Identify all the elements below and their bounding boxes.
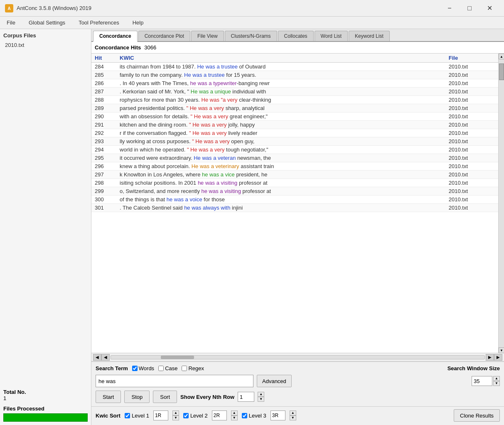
clone-results-button[interactable]: Clone Results bbox=[454, 409, 500, 422]
kwic-cell: k Knowlton in Los Angeles, where he was … bbox=[116, 171, 445, 179]
kwic-level2-spinner[interactable]: ▲ ▼ bbox=[231, 410, 238, 420]
hscroll-right-btn[interactable]: ▶ bbox=[486, 354, 494, 361]
hscroll-left2-btn[interactable]: ◀ bbox=[101, 354, 110, 361]
kwic-level2-input[interactable] bbox=[212, 410, 227, 420]
menu-file[interactable]: File bbox=[3, 18, 19, 27]
search-window-spinner[interactable]: ▲ ▼ bbox=[493, 376, 500, 386]
corpus-file-item[interactable]: 2010.txt bbox=[3, 41, 88, 49]
kwic-left: isiting scholar positions. In 2001 bbox=[120, 180, 198, 186]
table-row[interactable]: 301. The Calceb Sentinel said he was alw… bbox=[91, 204, 498, 212]
kwic-level1-label[interactable]: Level 1 bbox=[125, 413, 149, 419]
hscroll-left-btn[interactable]: ◀ bbox=[93, 354, 101, 361]
search-window-input[interactable] bbox=[472, 376, 492, 386]
spin-down[interactable]: ▼ bbox=[493, 381, 500, 386]
words-checkbox-label[interactable]: Words bbox=[132, 365, 154, 371]
kwic-l3-down[interactable]: ▼ bbox=[290, 415, 296, 420]
vertical-scrollbar[interactable]: ▲ ▼ bbox=[498, 54, 504, 353]
nth-row-input[interactable] bbox=[238, 392, 254, 402]
menu-tool-preferences[interactable]: Tool Preferences bbox=[75, 18, 123, 27]
kwic-center: He was "a very bbox=[202, 97, 238, 103]
kwic-right: for 15 years. bbox=[225, 72, 256, 78]
kwic-l3-up[interactable]: ▲ bbox=[290, 410, 296, 415]
hscroll-track[interactable] bbox=[111, 355, 485, 359]
hscroll-thumb[interactable] bbox=[161, 356, 194, 359]
table-row[interactable]: 290with an obsession for details. " He w… bbox=[91, 112, 498, 121]
table-row[interactable]: 298isiting scholar positions. In 2001 he… bbox=[91, 179, 498, 187]
start-button[interactable]: Start bbox=[96, 391, 121, 403]
table-row[interactable]: 288rophysics for more than 30 years. He … bbox=[91, 96, 498, 104]
menu-global-settings[interactable]: Global Settings bbox=[25, 18, 69, 27]
table-row[interactable]: 292r if the conversation flagged. " He w… bbox=[91, 129, 498, 137]
table-row[interactable]: 287. Kerkorian said of Mr. York, " He wa… bbox=[91, 88, 498, 96]
search-input[interactable] bbox=[96, 375, 253, 387]
spin-up[interactable]: ▲ bbox=[493, 376, 500, 381]
table-row[interactable]: 294world in which he operated. " He was … bbox=[91, 146, 498, 154]
file-cell: 2010.txt bbox=[445, 71, 498, 79]
concordance-table-container[interactable]: Hit KWIC File 284its chairman from 1984 … bbox=[91, 54, 498, 353]
table-row[interactable]: 297k Knowlton in Los Angeles, where he w… bbox=[91, 171, 498, 179]
hscroll-right2-btn[interactable]: ▶ bbox=[494, 354, 502, 361]
window-controls[interactable]: − □ ✕ bbox=[440, 2, 499, 15]
kwic-level2-label[interactable]: Level 2 bbox=[183, 413, 208, 419]
table-row[interactable]: 299o, Switzerland, and more recently he … bbox=[91, 187, 498, 195]
kwic-level3-label[interactable]: Level 3 bbox=[242, 413, 266, 419]
tab-concordance[interactable]: Concordance bbox=[93, 31, 138, 42]
tab-keyword-list[interactable]: Keyword List bbox=[349, 31, 390, 41]
kwic-level2-checkbox[interactable] bbox=[183, 413, 189, 418]
stop-button[interactable]: Stop bbox=[124, 391, 150, 403]
kwic-level3-checkbox[interactable] bbox=[242, 413, 247, 418]
kwic-l1-up[interactable]: ▲ bbox=[172, 410, 179, 415]
scroll-down-button[interactable]: ▼ bbox=[499, 347, 504, 353]
total-no-section: Total No. 1 bbox=[3, 389, 88, 401]
sort-button[interactable]: Sort bbox=[153, 391, 177, 403]
regex-checkbox[interactable] bbox=[182, 366, 187, 371]
minimize-button[interactable]: − bbox=[440, 2, 459, 15]
tab-clusters-ngrams[interactable]: Clusters/N-Grams bbox=[225, 31, 277, 41]
table-row[interactable]: 295it occurred were extraordinary. He wa… bbox=[91, 154, 498, 162]
maximize-button[interactable]: □ bbox=[460, 2, 479, 15]
kwic-right: for those bbox=[202, 196, 225, 203]
table-row[interactable]: 286. In 40 years with The Times, he was … bbox=[91, 79, 498, 88]
kwic-level3-spinner[interactable]: ▲ ▼ bbox=[290, 410, 296, 420]
kwic-level1-spinner[interactable]: ▲ ▼ bbox=[172, 410, 179, 420]
kwic-level1-input[interactable] bbox=[153, 410, 168, 420]
kwic-cell: . The Calceb Sentinel said he was always… bbox=[116, 204, 445, 212]
kwic-l2-down[interactable]: ▼ bbox=[231, 415, 238, 420]
table-row[interactable]: 291kitchen and the dining room. " He was… bbox=[91, 121, 498, 129]
nth-spinner[interactable]: ▲ ▼ bbox=[258, 392, 264, 402]
kwic-l2-up[interactable]: ▲ bbox=[231, 410, 238, 415]
tab-collocates[interactable]: Collocates bbox=[278, 31, 314, 41]
table-row[interactable]: 300of the things is that he was a voice … bbox=[91, 195, 498, 204]
kwic-l1-down[interactable]: ▼ bbox=[172, 415, 179, 420]
tab-word-list[interactable]: Word List bbox=[315, 31, 348, 41]
nth-spin-down[interactable]: ▼ bbox=[258, 397, 264, 402]
kwic-right: clear-thinking bbox=[238, 97, 271, 103]
file-cell: 2010.txt bbox=[445, 63, 498, 71]
kwic-level3-input[interactable] bbox=[270, 410, 285, 420]
total-no-value: 1 bbox=[3, 395, 88, 401]
scroll-thumb[interactable] bbox=[499, 64, 504, 80]
kwic-center: " He was a very bbox=[191, 113, 229, 120]
kwic-left: family to run the company. bbox=[120, 72, 184, 78]
table-row[interactable]: 285family to run the company. He was a t… bbox=[91, 71, 498, 79]
table-row[interactable]: 296knew a thing about porcelain. He was … bbox=[91, 162, 498, 171]
horizontal-scrollbar[interactable]: ◀ ◀ ▶ ▶ bbox=[91, 353, 504, 361]
regex-checkbox-label[interactable]: Regex bbox=[182, 365, 204, 371]
kwic-left: its chairman from 1984 to 1987. bbox=[120, 64, 197, 70]
words-checkbox[interactable] bbox=[132, 366, 138, 371]
advanced-button[interactable]: Advanced bbox=[257, 375, 292, 387]
table-row[interactable]: 293lly working at cross purposes. " He w… bbox=[91, 137, 498, 146]
scroll-up-button[interactable]: ▲ bbox=[499, 54, 504, 59]
table-row[interactable]: 289parsed presidential politics. " He wa… bbox=[91, 104, 498, 112]
tab-file-view[interactable]: File View bbox=[191, 31, 224, 41]
scroll-track[interactable] bbox=[499, 59, 504, 347]
concordance-hits-label: Concordance Hits bbox=[95, 44, 141, 51]
kwic-level1-checkbox[interactable] bbox=[125, 413, 130, 418]
case-checkbox-label[interactable]: Case bbox=[158, 365, 177, 371]
table-row[interactable]: 284its chairman from 1984 to 1987. He wa… bbox=[91, 63, 498, 71]
close-button[interactable]: ✕ bbox=[480, 2, 499, 15]
tab-concordance-plot[interactable]: Concordance Plot bbox=[138, 31, 190, 41]
case-checkbox[interactable] bbox=[158, 366, 164, 371]
menu-help[interactable]: Help bbox=[129, 18, 147, 27]
nth-spin-up[interactable]: ▲ bbox=[258, 392, 264, 397]
